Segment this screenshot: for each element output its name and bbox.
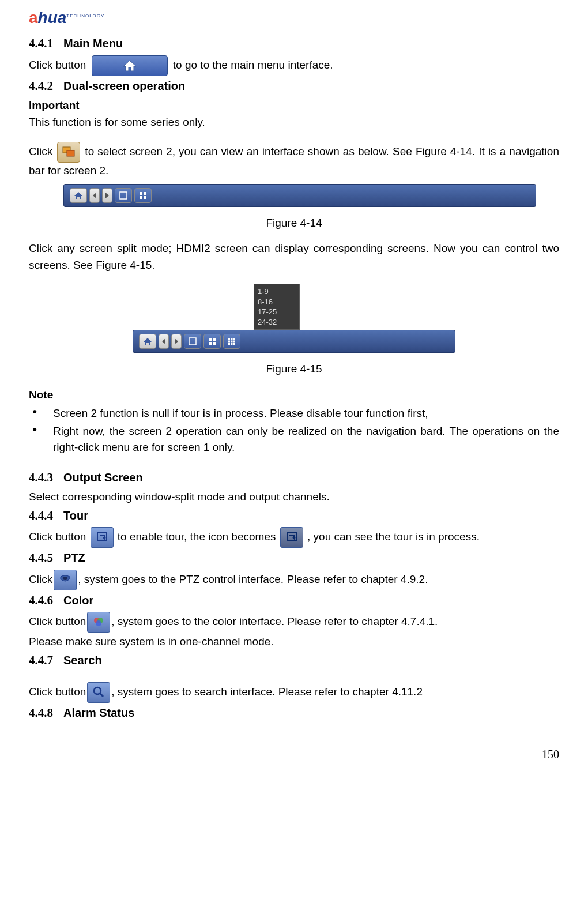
home-button-icon bbox=[92, 55, 168, 76]
heading-4-4-7: 4.4.7Search bbox=[29, 652, 559, 670]
heading-title: Search bbox=[63, 654, 102, 667]
paragraph: Click button to go to the main menu inte… bbox=[29, 55, 559, 76]
paragraph: Click button , system goes to the color … bbox=[29, 612, 559, 633]
heading-number: 4.4.2 bbox=[29, 79, 53, 93]
paragraph: Click , system goes to the PTZ control i… bbox=[29, 570, 559, 590]
list-item: Right now, the screen 2 operation can on… bbox=[29, 423, 559, 456]
figure-caption: Figure 4-14 bbox=[29, 215, 559, 232]
text: Click button bbox=[29, 686, 86, 698]
heading-title: Tour bbox=[63, 509, 88, 522]
svg-rect-14 bbox=[233, 338, 235, 340]
svg-rect-21 bbox=[97, 533, 107, 541]
paragraph: Click to select screen 2, you can view a… bbox=[29, 142, 559, 179]
svg-rect-17 bbox=[233, 341, 235, 343]
text: to go to the main menu interface. bbox=[173, 59, 333, 71]
color-icon bbox=[87, 612, 110, 633]
text: to select screen 2, you can view an inte… bbox=[29, 145, 559, 176]
heading-number: 4.4.7 bbox=[29, 653, 53, 667]
heading-number: 4.4.5 bbox=[29, 551, 53, 565]
heading-number: 4.4.6 bbox=[29, 593, 53, 607]
navbar-popup-figure: 1-9 8-16 17-25 24-32 bbox=[133, 284, 455, 353]
paragraph: Select corresponding window-split mode a… bbox=[29, 489, 559, 506]
paragraph: Click button , system goes to search int… bbox=[29, 682, 559, 703]
navbar-screen2-figure bbox=[63, 184, 536, 207]
heading-4-4-3: 4.4.3Output Screen bbox=[29, 469, 559, 487]
text: Click bbox=[29, 573, 52, 585]
tour-enable-icon bbox=[91, 527, 114, 548]
svg-rect-6 bbox=[144, 196, 146, 199]
heading-4-4-5: 4.4.5PTZ bbox=[29, 549, 559, 567]
text: , system goes to search interface. Pleas… bbox=[111, 686, 423, 698]
nav-single-view-icon bbox=[184, 334, 201, 349]
heading-title: Dual-screen operation bbox=[63, 80, 185, 92]
heading-title: Color bbox=[63, 594, 93, 607]
heading-4-4-4: 4.4.4Tour bbox=[29, 507, 559, 525]
nav-home-icon bbox=[139, 334, 156, 349]
ptz-icon bbox=[54, 570, 77, 590]
heading-title: Output Screen bbox=[63, 471, 143, 484]
nav-quad-view-icon bbox=[134, 188, 152, 203]
svg-rect-13 bbox=[231, 338, 233, 340]
figure-caption: Figure 4-15 bbox=[29, 361, 559, 378]
heading-number: 4.4.1 bbox=[29, 36, 53, 50]
list-item: Screen 2 function is null if tour is in … bbox=[29, 405, 559, 422]
heading-4-4-8: 4.4.8Alarm Status bbox=[29, 704, 559, 722]
popup-item: 1-9 bbox=[258, 287, 296, 297]
heading-number: 4.4.3 bbox=[29, 471, 53, 484]
nav-home-icon bbox=[70, 188, 87, 203]
search-icon bbox=[87, 682, 110, 703]
text: to enable tour, the icon becomes bbox=[118, 530, 276, 543]
logo-a: a bbox=[29, 9, 38, 27]
svg-rect-3 bbox=[140, 192, 142, 195]
svg-rect-18 bbox=[228, 343, 230, 345]
text: Click button bbox=[29, 615, 86, 627]
svg-rect-5 bbox=[140, 196, 142, 199]
nav-prev-icon bbox=[89, 188, 100, 203]
nav-nine-view-icon bbox=[223, 334, 240, 349]
text: Click button bbox=[29, 59, 89, 71]
nav-quad-view-icon bbox=[203, 334, 221, 349]
text: , system goes to the PTZ control interfa… bbox=[78, 573, 428, 585]
logo-tech: TECHNOLOGY bbox=[66, 13, 104, 20]
nav-prev-icon bbox=[159, 334, 169, 349]
heading-number: 4.4.8 bbox=[29, 706, 53, 720]
svg-rect-22 bbox=[287, 533, 296, 541]
logo-hua: hua bbox=[38, 9, 67, 27]
heading-number: 4.4.4 bbox=[29, 509, 53, 522]
text: Click bbox=[29, 145, 56, 157]
nav-next-icon bbox=[102, 188, 112, 203]
svg-rect-8 bbox=[209, 338, 212, 341]
text: Click button bbox=[29, 530, 89, 543]
heading-title: Alarm Status bbox=[63, 706, 134, 719]
svg-rect-15 bbox=[228, 341, 230, 343]
svg-line-28 bbox=[100, 693, 103, 697]
paragraph: This function is for some series only. bbox=[29, 114, 559, 131]
paragraph: Please make sure system is in one-channe… bbox=[29, 634, 559, 650]
svg-rect-11 bbox=[213, 342, 216, 345]
svg-point-23 bbox=[63, 577, 67, 580]
svg-rect-1 bbox=[67, 150, 74, 156]
popup-item: 17-25 bbox=[258, 307, 296, 317]
page-number: 150 bbox=[29, 746, 559, 763]
nav-single-view-icon bbox=[115, 188, 132, 203]
svg-point-26 bbox=[96, 620, 101, 626]
text: , system goes to the color interface. Pl… bbox=[111, 615, 438, 627]
heading-4-4-1: 4.4.1Main Menu bbox=[29, 35, 559, 53]
svg-rect-12 bbox=[228, 338, 230, 340]
nav-next-icon bbox=[171, 334, 182, 349]
svg-rect-19 bbox=[231, 343, 233, 345]
heading-4-4-6: 4.4.6Color bbox=[29, 592, 559, 610]
brand-logo: ahuaTECHNOLOGY bbox=[29, 6, 559, 30]
svg-rect-4 bbox=[144, 192, 146, 195]
popup-item: 24-32 bbox=[258, 317, 296, 328]
svg-rect-9 bbox=[213, 338, 216, 341]
tour-active-icon bbox=[280, 527, 303, 548]
popup-item: 8-16 bbox=[258, 297, 296, 307]
svg-rect-2 bbox=[120, 192, 127, 199]
paragraph: Click button to enable tour, the icon be… bbox=[29, 527, 559, 548]
note-label: Note bbox=[29, 387, 559, 404]
heading-title: PTZ bbox=[63, 551, 85, 564]
svg-rect-16 bbox=[231, 341, 233, 343]
svg-rect-7 bbox=[189, 338, 196, 345]
heading-title: Main Menu bbox=[63, 37, 123, 50]
